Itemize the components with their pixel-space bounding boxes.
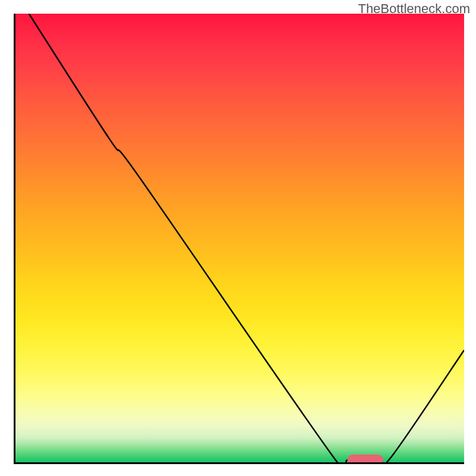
bottleneck-curve-line (29, 14, 464, 462)
watermark-text: TheBottleneck.com (358, 1, 470, 17)
optimal-marker (347, 455, 383, 464)
chart-plot-area (14, 14, 464, 464)
chart-curve-svg (15, 14, 464, 462)
